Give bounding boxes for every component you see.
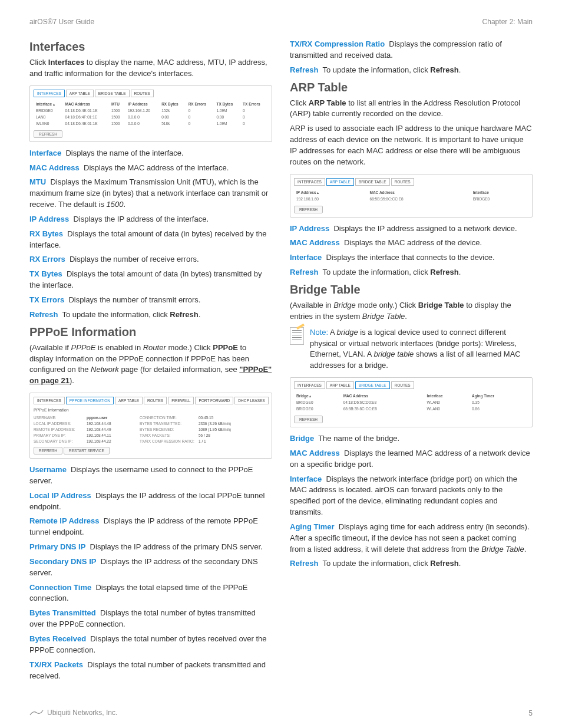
tab-firewall[interactable]: FIREWALL (168, 397, 194, 404)
tab-bridge[interactable]: BRIDGE TABLE (95, 90, 130, 97)
note-icon (290, 327, 304, 345)
refresh-button[interactable]: REFRESH (34, 447, 62, 454)
tab-arp[interactable]: ARP TABLE (66, 90, 94, 97)
ubiquiti-logo-icon (29, 709, 44, 718)
bridge-table: Bridge MAC Address Interface Aging Timer… (294, 393, 528, 412)
tab-arp[interactable]: ARP TABLE (326, 178, 354, 186)
tab-interfaces[interactable]: INTERFACES (34, 397, 65, 404)
refresh-button[interactable]: REFRESH (294, 206, 323, 213)
table-row: BRIDGE068:5B:35:8C:CC:E8WLAN00.86 (294, 406, 528, 412)
refresh-button[interactable]: REFRESH (34, 130, 62, 138)
interfaces-intro: Click Interfaces to display the name, MA… (29, 57, 272, 80)
arp-screenshot: INTERFACES ARP TABLE BRIDGE TABLE ROUTES… (290, 174, 533, 218)
tab-routes[interactable]: ROUTES (144, 397, 167, 404)
table-row: WLAN004:18:D6:4E:01:1E15000.0.0.0518k01.… (34, 120, 268, 127)
arp-intro: Click ARP Table to list all entries in t… (290, 98, 533, 120)
tab-portforward[interactable]: PORT FORWARD (195, 397, 233, 404)
restart-service-button[interactable]: RESTART SERVICE (64, 447, 110, 454)
right-column: TX/RX Compression Ratio Displays the com… (290, 35, 533, 685)
arp-table: IP Address MAC Address Interface 192.168… (294, 189, 528, 202)
pppoe-intro: (Available if PPPoE is enabled in Router… (29, 342, 272, 387)
tab-dhcp[interactable]: DHCP LEASES (234, 397, 268, 404)
tab-arp[interactable]: ARP TABLE (115, 397, 143, 404)
tab-routes[interactable]: ROUTES (391, 178, 414, 186)
interfaces-heading: Interfaces (29, 40, 272, 54)
table-row: LAN004:18:D6:4F:01:1E15000.0.0.00.0000.0… (34, 114, 268, 120)
tab-pppoe[interactable]: PPPOE INFORMATION (66, 397, 114, 404)
tab-routes[interactable]: ROUTES (131, 90, 154, 97)
tab-routes[interactable]: ROUTES (391, 381, 414, 389)
page-header: airOS®7 User Guide Chapter 2: Main (29, 18, 533, 26)
pppoe-screenshot: INTERFACES PPPOE INFORMATION ARP TABLE R… (29, 393, 272, 459)
left-column: Interfaces Click Interfaces to display t… (29, 35, 272, 685)
table-row: BRIDGE004:18:D6:6C:D0:E8WLAN00.35 (294, 399, 528, 406)
tab-arp[interactable]: ARP TABLE (326, 381, 354, 389)
arp-para2: ARP is used to associate each IP address… (290, 123, 533, 167)
bridge-note: Note: A bridge is a logical device used … (290, 327, 533, 371)
arp-heading: ARP Table (290, 81, 533, 94)
pppoe-heading: PPPoE Information (29, 325, 272, 339)
tab-bridge[interactable]: BRIDGE TABLE (355, 178, 390, 186)
table-row: BRIDGE004:18:D6:4E:01:1E1500192.168.1.20… (34, 107, 268, 114)
interfaces-screenshot: INTERFACES ARP TABLE BRIDGE TABLE ROUTES… (29, 85, 272, 142)
bridge-screenshot: INTERFACES ARP TABLE BRIDGE TABLE ROUTES… (290, 377, 533, 427)
footer-page-number: 5 (528, 709, 533, 717)
tab-interfaces[interactable]: INTERFACES (34, 90, 65, 97)
tab-interfaces[interactable]: INTERFACES (294, 381, 325, 389)
header-right: Chapter 2: Main (482, 18, 533, 26)
bridge-heading: Bridge Table (290, 283, 533, 297)
tab-bridge[interactable]: BRIDGE TABLE (355, 381, 390, 389)
refresh-button[interactable]: REFRESH (294, 416, 323, 423)
interfaces-table: Interface MAC Address MTU IP Address RX … (34, 101, 268, 127)
tab-interfaces[interactable]: INTERFACES (294, 178, 325, 186)
page-footer: Ubiquiti Networks, Inc. 5 (29, 709, 533, 717)
bridge-intro: (Available in Bridge mode only.) Click B… (290, 300, 533, 322)
table-row: 192.168.1.6068:5B:35:8C:CC:E8BRIDGE0 (294, 196, 528, 202)
footer-left: Ubiquiti Networks, Inc. (29, 709, 117, 717)
header-left: airOS®7 User Guide (29, 18, 94, 26)
